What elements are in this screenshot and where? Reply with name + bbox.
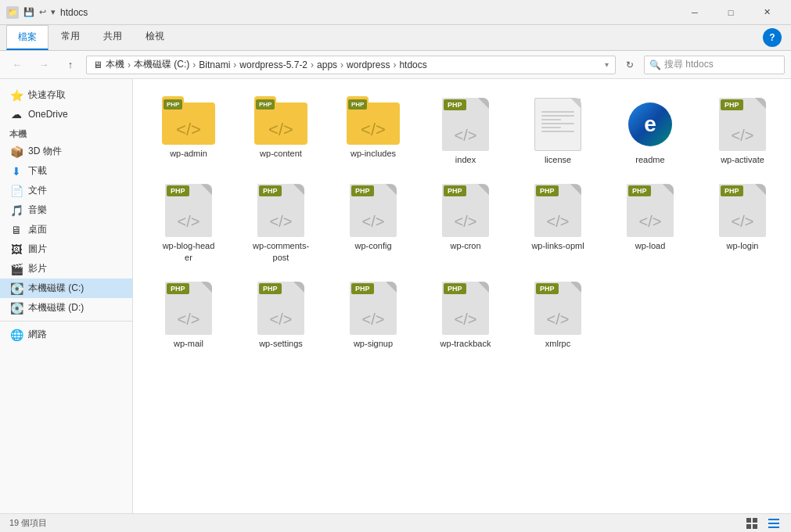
- php-badge: PHP: [167, 185, 189, 196]
- tab-view[interactable]: 檢視: [135, 25, 175, 50]
- file-item-wp-includes[interactable]: PHP </> wp-includes: [330, 92, 416, 171]
- sidebar-item-drive-d[interactable]: 💽 本機磁碟 (D:): [0, 298, 132, 318]
- file-item-wp-login[interactable]: PHP </> wp-login: [699, 178, 786, 269]
- file-item-wp-comments-post[interactable]: PHP </> wp-comments-post: [238, 178, 324, 269]
- tab-file[interactable]: 檔案: [6, 25, 49, 50]
- folder-icon: PHP </>: [253, 98, 309, 145]
- edge-icon: e: [624, 98, 677, 151]
- file-label: wp-mail: [174, 338, 203, 349]
- sidebar-label-downloads: 下載: [28, 164, 47, 178]
- file-item-wp-content[interactable]: PHP </> wp-content: [238, 92, 324, 171]
- 3d-icon: 📦: [9, 146, 23, 158]
- address-path[interactable]: 🖥 本機 › 本機磁碟 (C:) › Bitnami › wordpress-5…: [86, 56, 616, 74]
- code-symbol: </>: [178, 311, 200, 329]
- code-symbol: </>: [732, 213, 754, 231]
- download-icon: ⬇: [9, 165, 23, 178]
- file-item-wp-mail[interactable]: PHP </> wp-mail: [146, 275, 232, 355]
- sidebar-item-network[interactable]: 🌐 網路: [0, 325, 132, 344]
- sidebar-section-local: 本機: [0, 124, 132, 142]
- status-right: [744, 516, 782, 531]
- file-label: wp-load: [635, 240, 666, 251]
- search-placeholder: 搜尋 htdocs: [664, 58, 714, 71]
- sidebar-label-documents: 文件: [28, 184, 47, 197]
- php-badge: PHP: [351, 283, 374, 294]
- help-button[interactable]: ?: [763, 28, 782, 47]
- code-symbol: </>: [455, 311, 477, 329]
- sidebar-label-quick-access: 快速存取: [28, 88, 66, 102]
- file-item-readme[interactable]: e readme: [607, 92, 693, 171]
- address-bar: ← → ↑ 🖥 本機 › 本機磁碟 (C:) › Bitnami › wordp…: [0, 51, 791, 79]
- file-label: license: [545, 154, 571, 165]
- sidebar-item-music[interactable]: 🎵 音樂: [0, 200, 132, 220]
- php-file-icon: PHP </>: [165, 184, 212, 237]
- file-item-wp-activate[interactable]: PHP </> wp-activate: [699, 92, 786, 171]
- php-file-shape: PHP </>: [442, 98, 489, 151]
- php-file-shape: PHP </>: [165, 282, 212, 335]
- file-grid: PHP </> wp-admin PHP </> wp-content PHP …: [146, 92, 778, 355]
- search-box[interactable]: 🔍 搜尋 htdocs: [644, 56, 785, 74]
- code-symbol: </>: [362, 213, 385, 231]
- php-file-shape: PHP </>: [534, 282, 581, 335]
- music-icon: 🎵: [9, 204, 23, 217]
- php-badge: PHP: [167, 283, 189, 294]
- php-file-shape: PHP </>: [719, 98, 766, 151]
- file-item-wp-config[interactable]: PHP </> wp-config: [330, 178, 416, 269]
- file-label: wp-cron: [450, 240, 480, 251]
- php-file-icon: PHP </>: [350, 184, 397, 237]
- sidebar-item-documents[interactable]: 📄 文件: [0, 181, 132, 200]
- file-item-wp-signup[interactable]: PHP </> wp-signup: [330, 275, 416, 355]
- svg-rect-3: [753, 524, 757, 529]
- path-dropdown[interactable]: ▾: [605, 60, 609, 69]
- file-item-wp-trackback[interactable]: PHP </> wp-trackback: [422, 275, 509, 355]
- tab-home[interactable]: 常用: [50, 25, 91, 50]
- drive-d-icon: 💽: [9, 302, 23, 315]
- file-item-wp-links-opml[interactable]: PHP </> wp-links-opml: [515, 178, 601, 269]
- close-button[interactable]: ✕: [749, 0, 785, 25]
- up-button[interactable]: ↑: [59, 54, 81, 76]
- main-layout: ⭐ 快速存取 ☁ OneDrive 本機 📦 3D 物件 ⬇ 下載 📄 文件 🎵…: [0, 79, 791, 513]
- title-icon: 📁: [6, 6, 19, 19]
- file-item-wp-cron[interactable]: PHP </> wp-cron: [422, 178, 509, 269]
- php-file-icon: PHP </>: [719, 98, 766, 151]
- back-button[interactable]: ←: [6, 54, 28, 76]
- sidebar-item-3d[interactable]: 📦 3D 物件: [0, 142, 132, 161]
- maximize-button[interactable]: □: [713, 0, 749, 25]
- forward-button[interactable]: →: [33, 54, 55, 76]
- file-item-xmlrpc[interactable]: PHP </> xmlrpc: [515, 275, 601, 355]
- code-symbol: </>: [547, 213, 570, 231]
- sidebar-item-drive-c[interactable]: 💽 本機磁碟 (C:): [0, 279, 132, 298]
- file-item-wp-admin[interactable]: PHP </> wp-admin: [146, 92, 232, 171]
- view-large-icon-button[interactable]: [744, 516, 760, 531]
- file-item-license[interactable]: license: [515, 92, 601, 171]
- sidebar-item-quick-access[interactable]: ⭐ 快速存取: [0, 85, 132, 105]
- view-list-button[interactable]: [766, 516, 782, 531]
- file-item-wp-settings[interactable]: PHP </> wp-settings: [238, 275, 324, 355]
- sidebar-item-desktop[interactable]: 🖥 桌面: [0, 220, 132, 239]
- php-badge: PHP: [536, 283, 559, 294]
- code-symbol: </>: [268, 120, 293, 140]
- line-4: [541, 123, 574, 124]
- sidebar-item-onedrive[interactable]: ☁ OneDrive: [0, 105, 132, 124]
- code-symbol: </>: [732, 127, 754, 145]
- desktop-icon: 🖥: [9, 224, 23, 236]
- path-wp: wordpress-5.7-2: [239, 59, 307, 70]
- php-file-shape: PHP </>: [350, 184, 397, 237]
- file-item-index[interactable]: PHP </> index: [422, 92, 509, 171]
- file-label: wp-blog-header: [163, 240, 215, 263]
- sidebar-item-videos[interactable]: 🎬 影片: [0, 259, 132, 279]
- sidebar-item-downloads[interactable]: ⬇ 下載: [0, 161, 132, 181]
- cloud-icon: ☁: [9, 108, 23, 120]
- file-label: wp-settings: [259, 338, 303, 349]
- php-file-icon: PHP </>: [442, 184, 489, 237]
- file-item-wp-blog-header[interactable]: PHP </> wp-blog-header: [146, 178, 232, 269]
- status-count: 19 個項目: [9, 517, 47, 529]
- php-badge: PHP: [351, 185, 374, 196]
- sidebar-label-videos: 影片: [28, 262, 47, 275]
- minimize-button[interactable]: ─: [677, 0, 713, 25]
- title-bar: 📁 💾 ↩ ▾ htdocs ─ □ ✕: [0, 0, 791, 25]
- sidebar-item-pictures[interactable]: 🖼 圖片: [0, 239, 132, 259]
- file-item-wp-load[interactable]: PHP </> wp-load: [607, 178, 693, 269]
- file-label: wp-trackback: [440, 338, 491, 349]
- tab-share[interactable]: 共用: [92, 25, 133, 50]
- refresh-button[interactable]: ↻: [620, 56, 639, 74]
